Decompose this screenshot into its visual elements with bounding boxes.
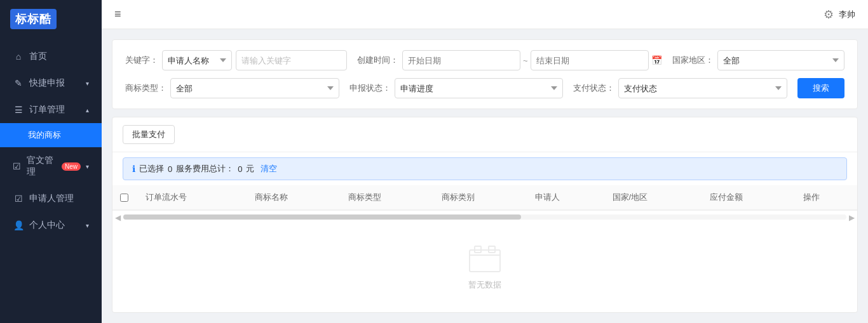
chevron-down-icon-3: ▾ — [86, 222, 89, 229]
content-area: 关键字： 申请人名称 创建时间： ~ 📅 国家地 — [102, 29, 868, 323]
th-trademark-class: 商标类别 — [434, 185, 527, 210]
create-time-label: 创建时间： — [357, 55, 398, 66]
trademark-type-label: 商标类型： — [125, 82, 166, 94]
empty-text: 暂无数据 — [468, 279, 501, 291]
empty-state: 暂无数据 — [112, 223, 857, 303]
date-separator: ~ — [523, 56, 528, 65]
applicant-mgmt-icon: ☑ — [13, 194, 24, 204]
scroll-right-arrow[interactable]: ▶ — [849, 213, 855, 222]
th-trademark-type: 商标类型 — [341, 185, 434, 210]
trademark-type-filter: 商标类型： 全部 — [125, 78, 339, 98]
selected-count: 0 — [168, 164, 172, 174]
country-label: 国家地区： — [672, 55, 714, 66]
sidebar-item-order-mgmt-label: 订单管理 — [29, 104, 65, 115]
selected-label: 已选择 — [139, 163, 164, 175]
chevron-up-icon: ▴ — [86, 107, 89, 114]
keyword-label: 关键字： — [125, 55, 158, 66]
header-right: ⚙ 李帅 — [824, 8, 855, 22]
th-trademark-name: 商标名称 — [247, 185, 341, 210]
info-bar: ℹ 已选择 0 服务费用总计： 0 元 清空 — [123, 157, 847, 180]
home-icon: ⌂ — [13, 51, 24, 62]
sidebar-item-personal-center[interactable]: 👤 个人中心 ▾ — [0, 212, 102, 239]
apply-status-select[interactable]: 申请进度 — [395, 78, 564, 98]
apply-status-filter: 申报状态： 申请进度 — [349, 78, 564, 98]
sidebar-item-official-doc-label: 官文管理 — [27, 155, 54, 178]
apply-status-label: 申报状态： — [349, 82, 391, 94]
keyword-input[interactable] — [236, 50, 347, 70]
th-amount: 应付金额 — [702, 185, 796, 210]
trademark-type-select[interactable]: 全部 — [170, 78, 339, 98]
pay-status-filter: 支付状态： 支付状态 — [573, 78, 787, 98]
pay-status-label: 支付状态： — [573, 82, 614, 94]
th-country: 国家/地区 — [605, 185, 703, 210]
scrollbar-thumb — [123, 214, 521, 220]
main-area: ≡ ⚙ 李帅 关键字： 申请人名称 创建时间： — [102, 0, 868, 323]
sidebar-item-applicant-mgmt[interactable]: ☑ 申请人管理 — [0, 185, 102, 212]
sidebar-item-home[interactable]: ⌂ 首页 — [0, 43, 102, 70]
sidebar-item-personal-center-label: 个人中心 — [29, 220, 65, 231]
sidebar: 标标酷 ⌂ 首页 ✎ 快捷申报 ▾ ☰ 订单管理 ▴ 我的商标 — [0, 0, 102, 323]
sidebar-item-official-doc[interactable]: ☑ 官文管理 New ▾ — [0, 147, 102, 185]
end-date-input[interactable] — [531, 50, 649, 70]
th-order-no: 订单流水号 — [138, 185, 247, 210]
header: ≡ ⚙ 李帅 — [102, 0, 868, 29]
country-select[interactable]: 全部 — [717, 50, 844, 70]
table-toolbar: 批量支付 — [112, 117, 857, 152]
filter-row-2: 商标类型： 全部 申报状态： 申请进度 支付状态： 支付状态 — [125, 78, 844, 98]
sidebar-item-applicant-mgmt-label: 申请人管理 — [29, 193, 74, 204]
chevron-down-icon: ▾ — [86, 80, 89, 87]
sidebar-item-my-trademark-label: 我的商标 — [28, 129, 61, 141]
create-time-filter: 创建时间： ~ 📅 — [357, 50, 662, 70]
th-checkbox — [112, 185, 138, 210]
pay-status-select[interactable]: 支付状态 — [618, 78, 787, 98]
filter-row-1: 关键字： 申请人名称 创建时间： ~ 📅 国家地 — [125, 50, 844, 70]
header-left: ≡ — [114, 8, 121, 21]
official-doc-icon: ☑ — [13, 161, 22, 171]
fee-value: 0 — [238, 164, 242, 174]
new-badge: New — [62, 162, 81, 171]
sidebar-item-my-trademark[interactable]: 我的商标 — [0, 123, 102, 147]
th-operation: 操作 — [796, 185, 857, 210]
date-range: ~ 📅 — [402, 50, 662, 70]
sidebar-item-quick-apply-label: 快捷申报 — [29, 77, 65, 89]
logo-area: 标标酷 — [0, 0, 102, 38]
th-applicant: 申请人 — [527, 185, 605, 210]
fee-label: 服务费用总计： — [176, 163, 234, 175]
quick-apply-icon: ✎ — [13, 78, 24, 88]
filter-panel: 关键字： 申请人名称 创建时间： ~ 📅 国家地 — [112, 39, 858, 109]
batch-pay-button[interactable]: 批量支付 — [123, 125, 175, 144]
data-table: 订单流水号 商标名称 商标类型 商标类别 申请人 国家/地区 应付金额 操作 — [112, 185, 857, 210]
chevron-down-icon-2: ▾ — [86, 163, 89, 170]
info-icon: ℹ — [132, 164, 135, 174]
table-panel: 批量支付 ℹ 已选择 0 服务费用总计： 0 元 清空 — [112, 117, 858, 313]
start-date-input[interactable] — [402, 50, 520, 70]
clear-button[interactable]: 清空 — [261, 163, 277, 175]
empty-icon — [465, 242, 505, 274]
keyword-filter: 关键字： 申请人名称 — [125, 50, 347, 70]
personal-center-icon: 👤 — [13, 220, 24, 230]
sidebar-item-home-label: 首页 — [29, 51, 47, 62]
table-wrapper: 订单流水号 商标名称 商标类型 商标类别 申请人 国家/地区 应付金额 操作 — [112, 185, 857, 312]
calendar-icon: 📅 — [651, 55, 662, 65]
sidebar-item-quick-apply[interactable]: ✎ 快捷申报 ▾ — [0, 70, 102, 96]
scrollbar-track[interactable] — [123, 214, 846, 220]
username-label: 李帅 — [839, 9, 855, 20]
search-button[interactable]: 搜索 — [797, 78, 844, 98]
country-filter: 国家地区： 全部 — [672, 50, 844, 70]
fee-unit: 元 — [246, 163, 254, 175]
scroll-left-arrow[interactable]: ◀ — [115, 213, 121, 222]
sidebar-menu: ⌂ 首页 ✎ 快捷申报 ▾ ☰ 订单管理 ▴ 我的商标 ☑ 官文管理 — [0, 38, 102, 323]
sidebar-item-order-mgmt[interactable]: ☰ 订单管理 ▴ — [0, 96, 102, 123]
logo-text: 标标酷 — [10, 9, 57, 29]
settings-icon[interactable]: ⚙ — [824, 8, 834, 22]
svg-rect-0 — [470, 250, 500, 272]
order-mgmt-icon: ☰ — [13, 105, 24, 115]
scrollbar-area: ◀ ▶ — [112, 210, 857, 223]
select-all-checkbox[interactable] — [120, 194, 128, 202]
keyword-type-select[interactable]: 申请人名称 — [162, 50, 232, 70]
hamburger-icon[interactable]: ≡ — [114, 8, 121, 21]
